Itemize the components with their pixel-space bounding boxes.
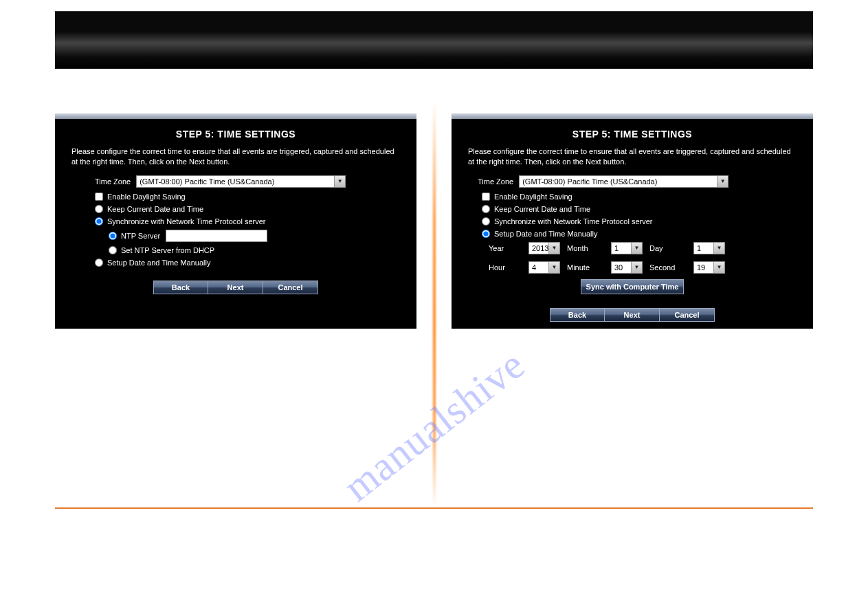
panel-right: STEP 5: TIME SETTINGS Please configure t… (452, 113, 813, 329)
keep-radio[interactable] (95, 205, 103, 213)
datetime-grid: Year 2013▼ Month 1▼ Day 1▼ Hour 4▼ Minut… (489, 242, 797, 274)
back-button[interactable]: Back (153, 281, 208, 294)
panel-left: STEP 5: TIME SETTINGS Please configure t… (55, 113, 416, 329)
daylight-label: Enable Daylight Saving (494, 193, 572, 201)
sync-radio[interactable] (482, 217, 490, 226)
dropdown-arrow-icon: ▼ (631, 262, 642, 273)
dropdown-arrow-icon: ▼ (548, 243, 559, 254)
next-button[interactable]: Next (208, 281, 263, 294)
month-label: Month (567, 244, 605, 252)
button-bar: Back Next Cancel (71, 281, 400, 294)
dhcp-label: Set NTP Server from DHCP (121, 246, 214, 254)
timezone-select[interactable]: (GMT-08:00) Pacific Time (US&Canada) ▼ (136, 175, 346, 188)
month-select[interactable]: 1▼ (611, 242, 643, 254)
panel-right-title: STEP 5: TIME SETTINGS (468, 129, 797, 140)
dropdown-arrow-icon: ▼ (717, 176, 728, 187)
dropdown-arrow-icon: ▼ (713, 243, 724, 254)
manual-radio[interactable] (482, 230, 490, 238)
keep-radio[interactable] (482, 205, 490, 213)
sync-radio[interactable] (95, 217, 103, 226)
dropdown-arrow-icon: ▼ (334, 176, 345, 187)
page-spine (433, 100, 436, 507)
year-label: Year (489, 244, 523, 252)
second-select[interactable]: 19▼ (693, 261, 725, 274)
year-select[interactable]: 2013▼ (528, 242, 560, 254)
day-label: Day (649, 244, 688, 252)
keep-label: Keep Current Date and Time (107, 205, 203, 213)
sync-label: Synchronize with Network Time Protocol s… (494, 217, 652, 226)
dropdown-arrow-icon: ▼ (548, 262, 559, 273)
cancel-button[interactable]: Cancel (263, 281, 318, 294)
daylight-checkbox[interactable] (95, 193, 103, 201)
panel-title-bar (55, 113, 416, 119)
button-bar: Back Next Cancel (468, 308, 797, 322)
manual-radio[interactable] (95, 259, 103, 267)
panel-left-desc: Please configure the correct time to ens… (71, 146, 400, 167)
ntp-server-radio[interactable] (109, 232, 117, 240)
cancel-button[interactable]: Cancel (660, 308, 715, 322)
dhcp-radio[interactable] (109, 246, 117, 254)
ntp-label: NTP Server (121, 232, 160, 240)
manual-label: Setup Date and Time Manually (107, 259, 210, 267)
panel-left-title: STEP 5: TIME SETTINGS (71, 129, 400, 140)
dropdown-arrow-icon: ▼ (713, 262, 724, 273)
timezone-label: Time Zone (95, 177, 131, 186)
sync-label: Synchronize with Network Time Protocol s… (107, 217, 265, 226)
hour-label: Hour (489, 263, 523, 272)
manual-label: Setup Date and Time Manually (494, 230, 597, 238)
keep-label: Keep Current Date and Time (494, 205, 590, 213)
daylight-checkbox[interactable] (482, 193, 490, 201)
panel-title-bar (452, 113, 813, 119)
content-row: STEP 5: TIME SETTINGS Please configure t… (55, 113, 813, 329)
ntp-server-input[interactable] (166, 230, 267, 242)
sync-computer-button[interactable]: Sync with Computer Time (581, 279, 684, 294)
second-label: Second (649, 263, 688, 272)
daylight-label: Enable Daylight Saving (107, 193, 186, 201)
panel-right-desc: Please configure the correct time to ens… (468, 146, 797, 167)
minute-select[interactable]: 30▼ (611, 261, 643, 274)
timezone-label: Time Zone (478, 177, 513, 186)
day-select[interactable]: 1▼ (693, 242, 725, 254)
hour-select[interactable]: 4▼ (528, 261, 560, 274)
next-button[interactable]: Next (605, 308, 660, 322)
dropdown-arrow-icon: ▼ (631, 243, 642, 254)
timezone-select[interactable]: (GMT-08:00) Pacific Time (US&Canada) ▼ (519, 175, 728, 188)
minute-label: Minute (567, 263, 605, 272)
footer-rule (55, 507, 813, 509)
back-button[interactable]: Back (550, 308, 605, 322)
page-header-banner (55, 11, 813, 69)
